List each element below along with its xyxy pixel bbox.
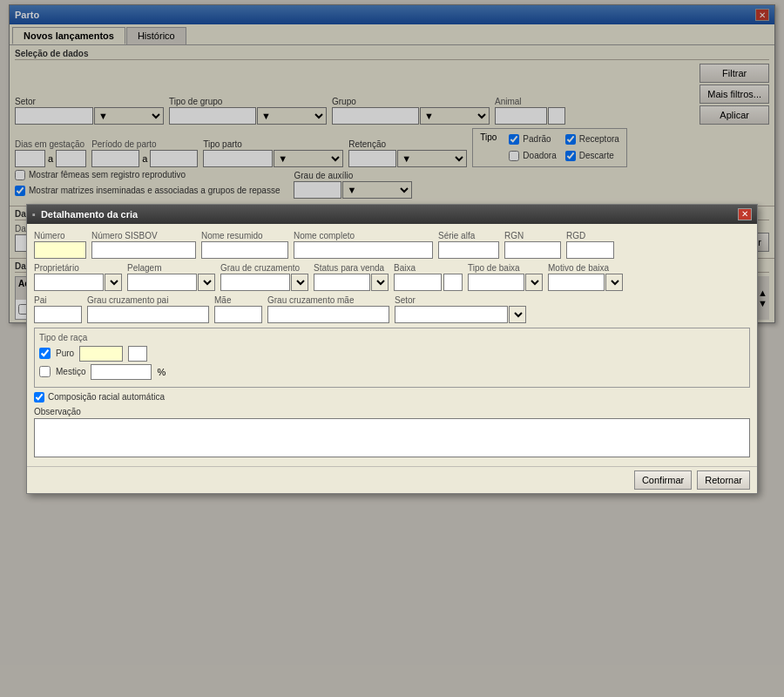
modal-rgd-input[interactable] bbox=[566, 241, 614, 259]
modal-tipo-baixa-group: Tipo de baixa ▼ bbox=[468, 263, 543, 291]
modal-mae-label: Mãe bbox=[214, 295, 262, 305]
modal-rgn-input[interactable] bbox=[504, 241, 561, 259]
mestico-check[interactable] bbox=[39, 366, 51, 377]
modal-numero-input[interactable]: 222222 bbox=[34, 241, 86, 259]
modal-nome-resumido-input[interactable] bbox=[201, 241, 288, 259]
modal-motivo-baixa-select[interactable]: ▼ bbox=[605, 274, 623, 291]
modal-serie-alfa-label: Série alfa bbox=[438, 231, 499, 240]
modal-grau-pai-label: Grau cruzamento pai bbox=[87, 295, 209, 305]
modal-mae-input[interactable]: 4726 bbox=[214, 306, 262, 323]
modal-numero-group: Número 222222 bbox=[34, 231, 86, 259]
observacao-textarea[interactable] bbox=[34, 418, 750, 457]
modal-row-3: Pai 1008 Grau cruzamento pai Mãe 4726 Gr… bbox=[34, 295, 750, 323]
modal-pelagem-group: Pelagem ▼ bbox=[127, 263, 215, 291]
modal-sisbov-group: Número SISBOV bbox=[91, 231, 196, 259]
modal-setor-group: Setor Setor 1 ▼ bbox=[395, 295, 526, 323]
modal-serie-alfa-input[interactable] bbox=[438, 241, 499, 259]
modal-row-1: Número 222222 Número SISBOV Nome resumid… bbox=[34, 231, 750, 259]
modal-title-bar: ▪ Detalhamento da cria ✕ bbox=[27, 205, 757, 224]
modal-nome-completo-label: Nome completo bbox=[294, 231, 433, 240]
modal-rgn-label: RGN bbox=[504, 231, 561, 240]
modal-motivo-baixa-input[interactable] bbox=[548, 274, 605, 291]
modal-pai-label: Pai bbox=[34, 295, 82, 305]
modal-grau-cruz-select[interactable]: ▼ bbox=[291, 274, 308, 291]
observacao-group: Observação bbox=[34, 407, 750, 459]
modal-status-venda-group: Status para venda Liberado ▼ bbox=[314, 263, 389, 291]
modal-nome-resumido-label: Nome resumido bbox=[201, 231, 288, 240]
modal-rgd-label: RGD bbox=[566, 231, 614, 240]
modal-rgn-group: RGN bbox=[504, 231, 561, 259]
puro-check[interactable] bbox=[39, 348, 51, 359]
modal-pelagem-select[interactable]: ▼ bbox=[198, 274, 215, 291]
modal-pai-group: Pai 1008 bbox=[34, 295, 82, 323]
mestico-pct: % bbox=[157, 367, 166, 377]
modal-setor-label: Setor bbox=[395, 295, 526, 305]
tipo-raca-title: Tipo de raça bbox=[39, 333, 745, 342]
modal-status-venda-label: Status para venda bbox=[314, 263, 389, 273]
mestico-value-input[interactable]: 100,000 bbox=[91, 364, 152, 380]
modal-tipo-baixa-select[interactable]: ▼ bbox=[525, 274, 543, 291]
modal-setor-select[interactable]: ▼ bbox=[509, 306, 526, 323]
modal-numero-label: Número bbox=[34, 231, 86, 240]
modal-motivo-baixa-group: Motivo de baixa ▼ bbox=[548, 263, 623, 291]
modal-grau-mae-input[interactable] bbox=[267, 306, 389, 323]
mestico-label: Mestiço bbox=[56, 367, 85, 376]
comp-racial-check[interactable] bbox=[34, 392, 44, 403]
modal-grau-pai-group: Grau cruzamento pai bbox=[87, 295, 209, 323]
modal-nome-completo-input[interactable] bbox=[294, 241, 433, 259]
modal-close-button[interactable]: ✕ bbox=[738, 208, 752, 220]
modal-title: Detalhamento da cria bbox=[41, 209, 138, 220]
modal-proprietario-input[interactable] bbox=[34, 274, 104, 291]
puro-label: Puro bbox=[56, 348, 74, 358]
modal-overlay: ▪ Detalhamento da cria ✕ Número 222222 N… bbox=[0, 0, 784, 697]
modal-grau-cruz-label: Grau de cruzamento bbox=[220, 263, 308, 273]
modal-status-venda-select[interactable]: ▼ bbox=[371, 274, 389, 291]
modal-row-2: Proprietário ▼ Pelagem ▼ Grau de cruzame… bbox=[34, 263, 750, 291]
modal-tipo-baixa-label: Tipo de baixa bbox=[468, 263, 543, 273]
confirmar-button[interactable]: Confirmar bbox=[634, 470, 692, 490]
mestico-row: Mestiço 100,000 % bbox=[39, 364, 745, 380]
modal-mae-group: Mãe 4726 bbox=[214, 295, 262, 323]
detalhamento-modal: ▪ Detalhamento da cria ✕ Número 222222 N… bbox=[26, 204, 758, 494]
modal-setor-input[interactable]: Setor 1 bbox=[395, 306, 508, 323]
modal-serie-alfa-group: Série alfa bbox=[438, 231, 499, 259]
modal-proprietario-group: Proprietário ▼ bbox=[34, 263, 122, 291]
modal-nome-completo-group: Nome completo bbox=[294, 231, 433, 259]
modal-pai-input[interactable]: 1008 bbox=[34, 306, 82, 323]
modal-status-venda-input[interactable]: Liberado bbox=[314, 274, 370, 291]
comp-racial-label: Composição racial automática bbox=[48, 392, 165, 402]
modal-baixa-label: Baixa bbox=[394, 263, 463, 273]
modal-body: Número 222222 Número SISBOV Nome resumid… bbox=[27, 224, 757, 466]
puro-row: Puro NE bbox=[39, 346, 745, 362]
modal-baixa-input[interactable]: / / bbox=[394, 274, 442, 291]
modal-rgd-group: RGD bbox=[566, 231, 614, 259]
modal-pelagem-input[interactable] bbox=[127, 274, 197, 291]
modal-tipo-baixa-input[interactable] bbox=[468, 274, 524, 291]
modal-pelagem-label: Pelagem bbox=[127, 263, 215, 273]
modal-grau-mae-group: Grau cruzamento mãe bbox=[267, 295, 389, 323]
puro-value-input[interactable]: NE bbox=[79, 346, 123, 362]
modal-footer: Confirmar Retornar bbox=[27, 466, 757, 493]
modal-grau-pai-input[interactable] bbox=[87, 306, 209, 323]
modal-baixa-extra[interactable] bbox=[443, 274, 463, 291]
modal-grau-cruz-input[interactable] bbox=[220, 274, 290, 291]
modal-nome-resumido-group: Nome resumido bbox=[201, 231, 288, 259]
modal-sisbov-input[interactable] bbox=[91, 241, 196, 259]
modal-sisbov-label: Número SISBOV bbox=[91, 231, 196, 240]
puro-extra[interactable] bbox=[128, 346, 147, 362]
observacao-label: Observação bbox=[34, 407, 750, 416]
modal-grau-mae-label: Grau cruzamento mãe bbox=[267, 295, 389, 305]
comp-racial-row: Composição racial automática bbox=[34, 392, 750, 403]
modal-baixa-group: Baixa / / bbox=[394, 263, 463, 291]
modal-grau-cruz-group: Grau de cruzamento ▼ bbox=[220, 263, 308, 291]
tipo-raca-section: Tipo de raça Puro NE Mestiço 100,000 % bbox=[34, 328, 750, 388]
modal-proprietario-label: Proprietário bbox=[34, 263, 122, 273]
modal-motivo-baixa-label: Motivo de baixa bbox=[548, 263, 623, 273]
modal-proprietario-select[interactable]: ▼ bbox=[105, 274, 122, 291]
retornar-button[interactable]: Retornar bbox=[697, 470, 750, 490]
